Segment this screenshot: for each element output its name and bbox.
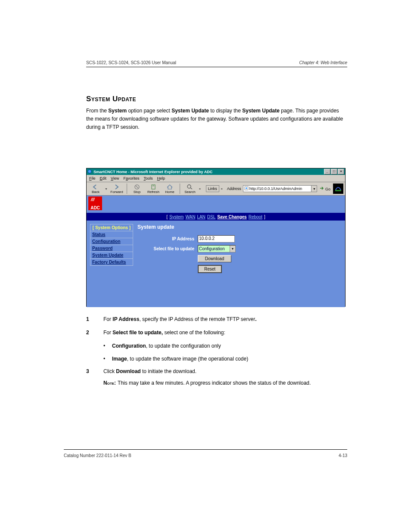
step-2-option-1: • Configuration, to update the configura… <box>103 342 347 350</box>
page-icon <box>244 186 249 191</box>
toolbar-separator-2 <box>180 184 180 194</box>
menu-tools[interactable]: Tools <box>143 176 153 180</box>
step-3-number: 3 <box>86 367 103 376</box>
form-title: System update <box>137 224 342 230</box>
step-2-option-2: • Image, to update the software image (t… <box>103 355 347 363</box>
intro-bold-1: System <box>108 108 127 114</box>
ip-address-label: IP Address <box>137 236 198 241</box>
ie-icon <box>87 169 92 174</box>
back-button[interactable]: Back <box>88 183 103 195</box>
menu-help[interactable]: Help <box>157 176 165 180</box>
stop-icon <box>134 184 140 190</box>
links-button[interactable]: Links <box>206 185 219 192</box>
home-button[interactable]: Home <box>162 183 177 195</box>
svg-line-2 <box>136 186 138 188</box>
nav-wan[interactable]: WAN <box>185 215 195 219</box>
nav-system[interactable]: System <box>169 215 184 219</box>
header-left: SCS-1022, SCS-1024, SCS-1026 User Manual <box>86 60 176 65</box>
menu-view[interactable]: View <box>111 176 119 180</box>
select-file-label: Select file to update <box>137 246 198 251</box>
toolbar: Back ▼ Forward Stop Refresh Home <box>87 182 345 196</box>
svg-point-7 <box>246 187 247 189</box>
step-2-text: For Select file to update, select one of… <box>103 329 347 337</box>
step-1-number: 1 <box>86 315 103 324</box>
svg-rect-8 <box>334 185 342 193</box>
forward-icon <box>113 184 120 190</box>
menu-bar: FFileile Edit View Favorites Tools Help <box>87 175 345 182</box>
menu-favorites[interactable]: Favorites <box>123 176 139 180</box>
top-nav: [ System WAN LAN DSL Save Changes Reboot… <box>87 213 345 221</box>
refresh-button[interactable]: Refresh <box>146 183 161 195</box>
sidebar-item-configuration[interactable]: Configuration <box>92 239 121 244</box>
search-button[interactable]: Search <box>183 183 197 195</box>
sidebar: [ System Options ] Status Configuration … <box>90 224 133 266</box>
nav-lan[interactable]: LAN <box>197 215 205 219</box>
svg-line-5 <box>190 188 192 189</box>
home-icon <box>166 184 173 190</box>
ip-address-input[interactable]: 10.0.0.2 <box>198 235 235 243</box>
intro-text-3: to display the <box>209 108 242 114</box>
sidebar-header: [ System Options ] <box>90 224 133 231</box>
header-right: Chapter 4: Web Interface <box>299 60 347 65</box>
window-titlebar[interactable]: SmartCNCT Home - Microsoft Internet Expl… <box>87 168 345 175</box>
footer-center <box>133 453 278 458</box>
sidebar-item-password[interactable]: Password <box>92 246 112 251</box>
footer-left: Catalog Number 222-011-14 Rev B <box>64 453 133 458</box>
go-icon <box>320 187 324 191</box>
intro-paragraph: From the System option page select Syste… <box>86 107 347 132</box>
window-title: SmartCNCT Home - Microsoft Internet Expl… <box>93 170 324 174</box>
stop-button[interactable]: Stop <box>130 183 144 195</box>
download-button[interactable]: Download <box>198 255 231 262</box>
step-3-note: Note:This may take a few minutes. A prog… <box>103 379 347 387</box>
intro-text-2: option page select <box>127 108 171 114</box>
header-rule <box>86 67 347 67</box>
toolbar-overflow-1[interactable]: » <box>199 187 201 190</box>
intro-text-1: From the <box>86 108 108 114</box>
sidebar-item-status[interactable]: Status <box>92 232 106 237</box>
menu-edit[interactable]: Edit <box>100 176 107 180</box>
close-button[interactable]: × <box>338 169 344 174</box>
nav-save-changes[interactable]: Save Changes <box>217 215 246 219</box>
minimize-button[interactable]: _ <box>324 169 330 174</box>
footer-right: 4-13 <box>278 453 347 458</box>
address-label: Address <box>227 187 241 191</box>
sidebar-item-system-update[interactable]: System Update <box>92 253 123 258</box>
section-heading: System Update <box>86 95 347 103</box>
svg-rect-9 <box>335 190 341 191</box>
reset-button[interactable]: Reset <box>198 265 222 273</box>
dropdown-indicator[interactable]: ▼ <box>105 187 108 190</box>
forward-button[interactable]: Forward <box>109 183 124 195</box>
step-3-text: Click Download to initiate the download. <box>103 367 347 376</box>
screenshot-window: SmartCNCT Home - Microsoft Internet Expl… <box>86 168 346 307</box>
refresh-icon <box>150 184 157 190</box>
toolbar-separator <box>127 184 127 194</box>
sidebar-item-factory-defaults[interactable]: Factory Defaults <box>92 260 126 264</box>
back-icon <box>92 184 99 190</box>
maximize-button[interactable]: □ <box>331 169 337 174</box>
intro-bold-2: System Update <box>171 108 209 114</box>
svg-point-4 <box>187 185 191 188</box>
svg-point-0 <box>88 170 91 173</box>
select-file-dropdown[interactable]: Configuration <box>198 245 236 252</box>
search-icon <box>187 184 193 190</box>
footer-rule <box>64 449 347 450</box>
intro-bold-3: System Update <box>242 108 280 114</box>
menu-file[interactable]: FFileile <box>89 176 96 180</box>
adc-logo: /// ADC <box>88 196 102 210</box>
nav-reboot[interactable]: Reboot <box>249 215 262 219</box>
toolbar-overflow-2[interactable]: » <box>221 187 223 190</box>
nav-dsl[interactable]: DSL <box>207 215 215 219</box>
step-2-number: 2 <box>86 329 103 337</box>
step-1-text: For IP Address, specify the IP Address o… <box>103 315 347 324</box>
address-input[interactable]: http://10.0.0.1/UsrAdminAdmin <box>243 185 318 192</box>
go-button[interactable]: Go <box>319 186 331 192</box>
ie-throbber-icon <box>333 184 343 194</box>
